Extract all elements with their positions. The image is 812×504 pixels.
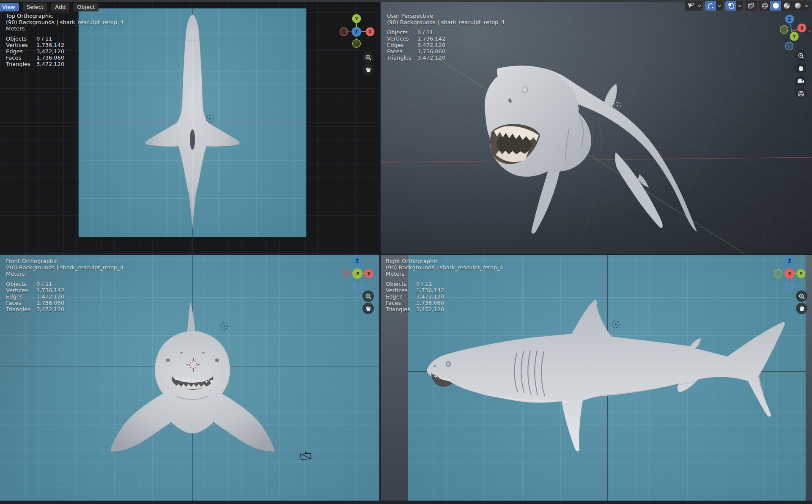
gizmo-axis-z-neg — [786, 282, 794, 290]
zoom-button[interactable] — [362, 52, 374, 63]
svg-text:Y: Y — [792, 34, 796, 39]
shading-wireframe-icon[interactable] — [759, 1, 770, 11]
svg-text:Z: Z — [788, 17, 791, 22]
gizmo-axis-z-neg — [354, 282, 362, 290]
object-type-visibility-icon[interactable] — [685, 1, 696, 11]
menu-add[interactable]: Add — [51, 3, 69, 11]
status-bar-edge — [0, 501, 812, 504]
zoom-button[interactable] — [362, 290, 374, 302]
shading-dropdown[interactable] — [803, 1, 810, 11]
gizmo-axis-x: X — [785, 268, 795, 279]
menu-select[interactable]: Select — [23, 3, 47, 11]
gizmo-axis-y-neg: -Y — [352, 268, 362, 279]
svg-text:Y: Y — [799, 271, 803, 276]
gizmo-axis-x: X — [366, 27, 375, 36]
shark-model-top-view[interactable] — [0, 2, 379, 254]
svg-text:X: X — [788, 271, 791, 276]
svg-text:Z: Z — [355, 30, 358, 34]
gizmo-axis-x: X — [365, 269, 373, 278]
gizmo-axis-x: X — [798, 24, 807, 33]
camera-view-button[interactable] — [795, 75, 807, 87]
point-light-icon[interactable] — [611, 319, 621, 329]
viewport-divider-vertical[interactable] — [379, 2, 381, 501]
viewport-front-orthographic[interactable]: Front Orthographic (90) Backgrounds | sh… — [0, 255, 379, 501]
show-gizmos-icon[interactable] — [705, 1, 716, 11]
zoom-button[interactable] — [796, 290, 807, 302]
gizmo-axis-y: Y — [790, 32, 799, 41]
gizmo-axis-y-neg — [774, 270, 782, 278]
3d-cursor[interactable] — [187, 358, 200, 372]
camera-object-icon[interactable] — [299, 450, 312, 461]
shark-eye-left — [166, 359, 170, 362]
gizmo-axis-z-neg — [785, 42, 793, 50]
svg-text:X: X — [367, 271, 370, 276]
point-light-icon[interactable] — [205, 114, 215, 124]
sidebar-toggle[interactable]: ‹ — [807, 25, 812, 36]
gizmo-axis-z: Z — [353, 257, 362, 266]
gizmo-axis-y-neg — [780, 26, 788, 34]
gizmo-axis-y: Y — [797, 269, 806, 278]
pan-button[interactable] — [362, 64, 374, 75]
dorsal-fin-top-view — [190, 129, 195, 150]
svg-text:Z: Z — [356, 259, 359, 263]
shark-model-front-view[interactable] — [0, 255, 379, 501]
viewport-right-orthographic[interactable]: Right Orthographic (90) Backgrounds | sh… — [381, 255, 812, 501]
gizmo-axis-y-neg — [353, 40, 361, 48]
navigation-gizmo[interactable]: Y X Z — [338, 13, 377, 50]
svg-text:X: X — [800, 26, 804, 30]
overlays-dropdown[interactable] — [736, 1, 743, 11]
gizmo-axis-z: Z — [785, 15, 794, 24]
object-visibility-dropdown[interactable] — [696, 1, 702, 11]
gizmos-dropdown[interactable] — [716, 1, 723, 11]
pan-button[interactable] — [795, 63, 807, 74]
menu-object[interactable]: Object — [73, 3, 99, 11]
shading-material-preview-icon[interactable] — [781, 1, 792, 11]
shark-model-perspective-view[interactable] — [381, 2, 812, 254]
shading-rendered-icon[interactable] — [792, 1, 803, 11]
viewport-divider-horizontal[interactable] — [0, 254, 812, 255]
svg-text:X: X — [368, 30, 372, 34]
navigation-gizmo[interactable]: Z Y X — [771, 255, 811, 293]
svg-text:Y: Y — [354, 16, 358, 21]
gizmo-axis-z: Z — [785, 257, 794, 266]
shark-eye — [446, 362, 451, 367]
viewport-top-orthographic[interactable]: View Select Add Object Top Orthographic … — [0, 2, 379, 254]
gizmo-axis-x-neg — [340, 28, 348, 36]
shark-eye — [522, 87, 528, 93]
shading-solid-icon[interactable] — [770, 1, 781, 11]
gizmo-axis-x-neg — [342, 270, 350, 278]
svg-text:-Y: -Y — [355, 271, 360, 276]
toggle-xray-icon[interactable] — [746, 1, 757, 11]
point-light-icon[interactable] — [219, 321, 229, 331]
svg-text:Z: Z — [788, 259, 791, 263]
pan-button[interactable] — [796, 303, 807, 314]
shark-eye-right — [215, 359, 219, 362]
viewport-header-toolbar — [685, 1, 810, 11]
show-overlays-icon[interactable] — [725, 1, 736, 11]
blender-quad-view: View Select Add Object Top Orthographic … — [0, 0, 812, 504]
viewport-header-menus: View Select Add Object — [0, 3, 99, 11]
shark-model-side-view[interactable] — [381, 255, 812, 501]
gizmo-axis-z: Z — [352, 27, 362, 37]
perspective-ortho-toggle-button[interactable] — [795, 88, 807, 99]
viewport-user-perspective[interactable]: User Perspective (90) Backgrounds | shar… — [381, 2, 812, 254]
navigation-gizmo[interactable]: Z X -Y — [338, 255, 377, 293]
pan-button[interactable] — [362, 303, 374, 314]
gizmo-axis-y: Y — [352, 14, 361, 23]
point-light-icon[interactable] — [612, 101, 623, 111]
zoom-button[interactable] — [795, 50, 807, 61]
menu-view[interactable]: View — [0, 3, 19, 11]
